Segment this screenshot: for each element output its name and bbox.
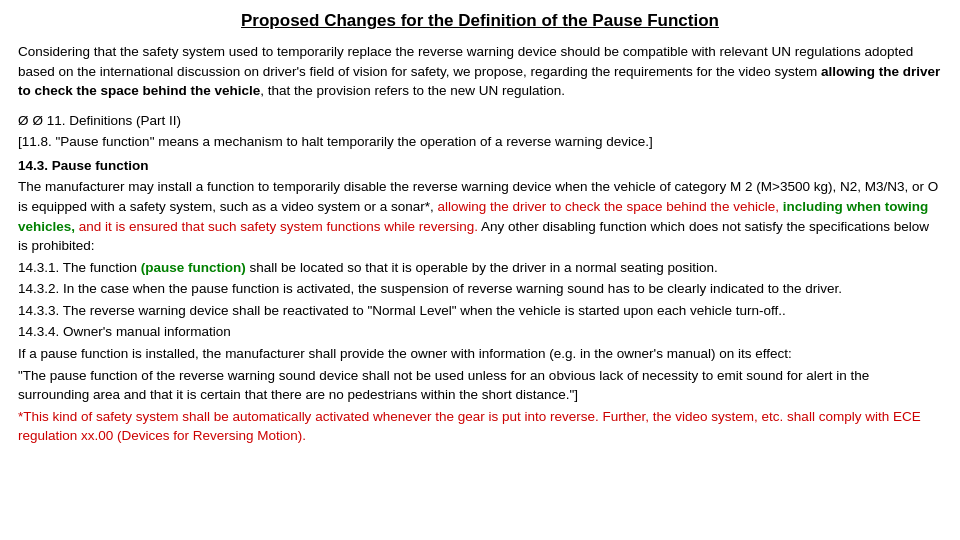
- clause-1434-quote: "The pause function of the reverse warni…: [18, 366, 942, 405]
- pause-function-label: 14.3. Pause function: [18, 156, 942, 176]
- intro-text-before: Considering that the safety system used …: [18, 44, 913, 79]
- pause-function-section: 14.3. Pause function The manufacturer ma…: [18, 156, 942, 446]
- strike-text: [11.8. "Pause function" means a mechanis…: [18, 134, 653, 149]
- clause-1432: 14.3.2. In the case when the pause funct…: [18, 279, 942, 299]
- para1-red2: and it is ensured that such safety syste…: [75, 219, 478, 234]
- clause-1431-green: (pause function): [141, 260, 246, 275]
- main-paragraph: The manufacturer may install a function …: [18, 177, 942, 255]
- definitions-header: Ø 11. Definitions (Part II): [33, 111, 182, 131]
- footnote: *This kind of safety system shall be aut…: [18, 407, 942, 446]
- strike-clause: [11.8. "Pause function" means a mechanis…: [18, 132, 942, 152]
- page-title: Proposed Changes for the Definition of t…: [18, 10, 942, 32]
- clause-1431-after: shall be located so that it is operable …: [246, 260, 718, 275]
- pause-label-text: 14.3. Pause function: [18, 158, 149, 173]
- clause-1434-body: If a pause function is installed, the ma…: [18, 344, 942, 364]
- clause-1431-before: 14.3.1. The function: [18, 260, 141, 275]
- clause-1434-label: 14.3.4. Owner's manual information: [18, 322, 942, 342]
- clause-1431: 14.3.1. The function (pause function) sh…: [18, 258, 942, 278]
- intro-paragraph: Considering that the safety system used …: [18, 42, 942, 101]
- clause-1433: 14.3.3. The reverse warning device shall…: [18, 301, 942, 321]
- definitions-section: Ø Ø 11. Definitions (Part II) [11.8. "Pa…: [18, 111, 942, 152]
- intro-text-after: , that the provision refers to the new U…: [260, 83, 565, 98]
- arrow-symbol: Ø: [18, 111, 29, 131]
- para1-red: allowing the driver to check the space b…: [437, 199, 782, 214]
